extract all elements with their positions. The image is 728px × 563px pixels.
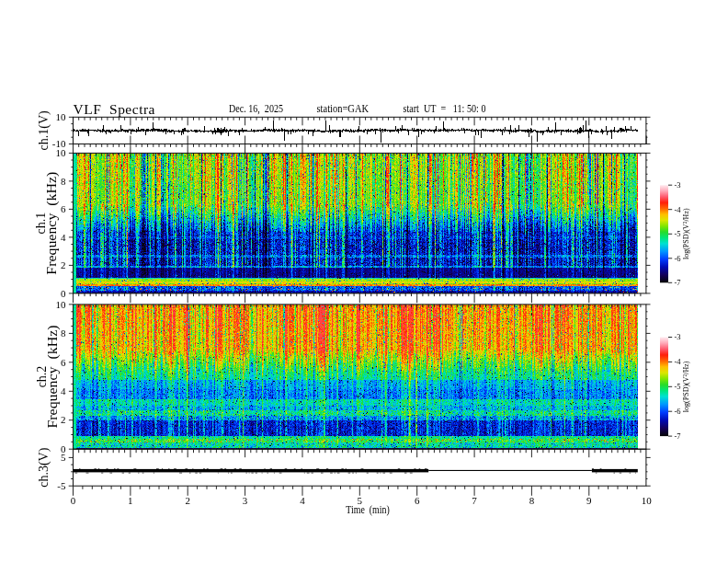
svg-text:10: 10 xyxy=(56,299,67,310)
svg-text:3: 3 xyxy=(243,495,248,506)
svg-text:-3: -3 xyxy=(675,332,681,341)
svg-text:log(PSD)(V2/Hz): log(PSD)(V2/Hz) xyxy=(682,208,691,259)
svg-text:Frequency (kHz): Frequency (kHz) xyxy=(46,171,61,274)
svg-text:-4: -4 xyxy=(675,357,682,366)
svg-text:ch.1(V): ch.1(V) xyxy=(37,110,51,150)
svg-text:Frequency (kHz): Frequency (kHz) xyxy=(46,325,61,428)
svg-text:8: 8 xyxy=(61,327,66,339)
svg-text:6: 6 xyxy=(415,495,420,506)
svg-text:1: 1 xyxy=(128,495,133,506)
svg-text:VLF Spectra: VLF Spectra xyxy=(74,101,155,117)
svg-text:6: 6 xyxy=(61,203,66,214)
svg-text:-6: -6 xyxy=(675,407,681,416)
svg-text:ch.3(V): ch.3(V) xyxy=(37,447,51,487)
svg-text:Dec. 16, 2025: Dec. 16, 2025 xyxy=(229,102,283,115)
svg-text:-3: -3 xyxy=(675,180,681,190)
svg-text:-7: -7 xyxy=(675,431,681,441)
svg-text:10: 10 xyxy=(56,147,67,158)
svg-text:-5: -5 xyxy=(675,382,681,391)
svg-text:4: 4 xyxy=(61,385,66,396)
svg-text:6: 6 xyxy=(61,357,66,368)
svg-text:10: 10 xyxy=(56,111,67,122)
svg-text:start UT = 11: 50: 0: start UT = 11: 50: 0 xyxy=(404,102,486,115)
svg-text:5: 5 xyxy=(61,452,66,463)
svg-text:4: 4 xyxy=(61,232,66,243)
svg-text:9: 9 xyxy=(586,495,592,506)
svg-text:2: 2 xyxy=(185,495,190,506)
svg-text:-6: -6 xyxy=(675,254,681,263)
svg-text:2: 2 xyxy=(61,414,66,425)
svg-text:10: 10 xyxy=(642,495,653,506)
svg-text:-7: -7 xyxy=(675,278,681,287)
svg-text:log(PSD)(V2/Hz): log(PSD)(V2/Hz) xyxy=(682,361,691,412)
svg-text:station=GAK: station=GAK xyxy=(317,102,370,115)
svg-text:8: 8 xyxy=(529,495,535,506)
svg-text:8: 8 xyxy=(61,176,66,187)
svg-text:Time (min): Time (min) xyxy=(346,504,390,516)
svg-text:2: 2 xyxy=(61,259,66,270)
svg-text:-4: -4 xyxy=(675,205,682,214)
svg-text:7: 7 xyxy=(472,495,477,506)
svg-text:0: 0 xyxy=(61,288,66,299)
svg-text:-5: -5 xyxy=(675,229,681,238)
svg-text:0: 0 xyxy=(71,495,76,506)
svg-text:4: 4 xyxy=(300,495,305,506)
svg-text:-5: -5 xyxy=(57,480,66,491)
